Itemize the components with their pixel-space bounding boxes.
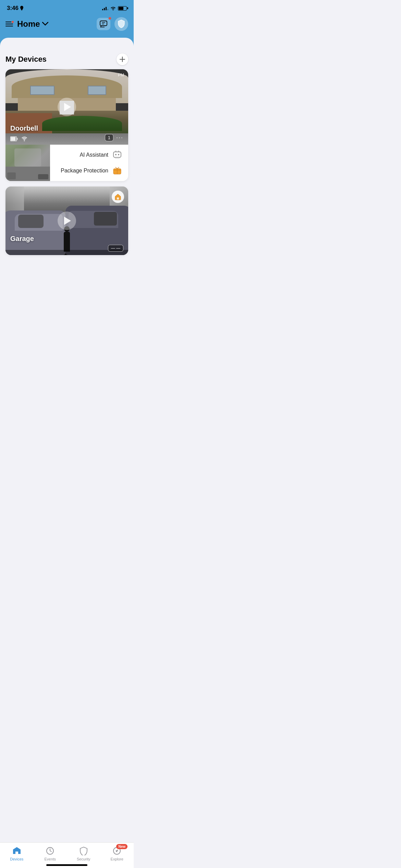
garage-card: Garage — — [5,186,128,255]
play-button[interactable] [58,98,76,116]
package-protection-label: Package Protection [61,168,108,174]
camera-pagination: 1 ··· [105,134,123,141]
package-protection-icon [112,165,123,176]
ai-assistant-label: AI Assistant [80,152,108,158]
location-icon [20,6,24,11]
nav-header: Home [0,14,134,38]
my-devices-title: My Devices [5,55,47,64]
ai-assistant-icon [112,149,123,160]
nav-right [97,17,128,31]
doorbell-label: Doorbell [10,124,38,132]
doorbell-camera-feed[interactable]: PM Doorbell 1 [5,69,128,145]
shield-icon [118,20,125,28]
chat-button[interactable] [97,18,110,30]
garage-camera-feed[interactable]: Garage — — [5,186,128,255]
status-bar: 3:46 [0,0,134,14]
status-time: 3:46 [7,5,24,12]
feature-row: AI Assistant Package Protection [5,145,128,181]
package-protection-item[interactable]: Package Protection [56,165,123,176]
time-display: 3:46 [7,5,19,12]
svg-rect-2 [11,137,16,141]
chat-icon [100,21,107,27]
svg-point-5 [115,154,117,155]
garage-label: Garage [10,235,34,243]
svg-rect-0 [100,21,107,26]
doorbell-thumbnail[interactable] [5,145,50,181]
section-header: My Devices [5,48,128,69]
camera-timestamp: PM [118,73,124,77]
garage-page-badge: — — [108,245,123,252]
home-label: Home [17,19,40,29]
page-number: 1 [108,135,110,140]
garage-play-icon [64,217,71,225]
wifi-icon [110,6,116,10]
home-badge-icon [112,191,124,203]
plus-icon [119,56,125,62]
main-content: My Devices [0,48,134,295]
svg-rect-7 [115,157,120,158]
wifi-status-icon [21,136,27,141]
add-device-button[interactable] [117,53,128,65]
play-icon [64,103,71,111]
battery-icon [118,6,127,11]
battery-status-icon [10,136,18,141]
features-list: AI Assistant Package Protection [50,145,128,181]
svg-point-6 [118,154,119,155]
menu-notification-dot [11,21,14,23]
chevron-down-icon [42,22,48,26]
signal-bars [102,6,108,10]
menu-button[interactable] [5,22,13,26]
status-right [102,6,127,11]
camera-status-icons [10,136,27,141]
garage-pagination: — — [108,245,123,252]
person-body [64,232,70,252]
svg-rect-3 [17,138,18,140]
more-options-icon[interactable]: ··· [116,134,123,141]
chat-notification-dot [108,17,111,20]
page-badge: 1 [105,134,113,141]
garage-play-button[interactable] [58,212,76,230]
nav-left: Home [5,19,48,29]
ai-assistant-item[interactable]: AI Assistant [56,149,123,160]
svg-rect-9 [117,197,119,200]
nav-curve [0,38,134,48]
shield-button[interactable] [114,17,128,31]
doorbell-card: PM Doorbell 1 [5,69,128,181]
home-title[interactable]: Home [17,19,48,29]
svg-rect-4 [113,152,121,157]
